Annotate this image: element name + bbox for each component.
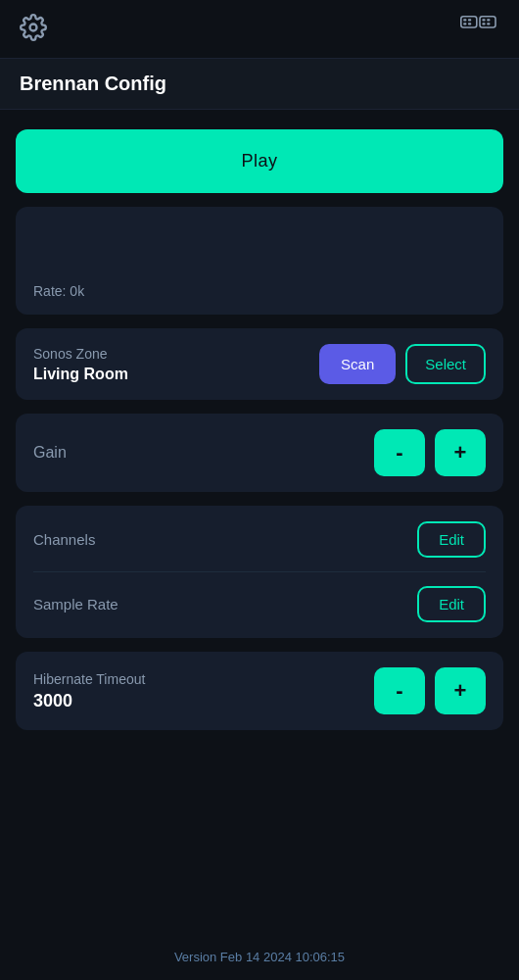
sonos-info: Sonos Zone Living Room [33,346,128,383]
gear-icon[interactable] [20,14,47,45]
title-bar: Brennan Config [0,59,519,110]
gain-buttons: - + [374,429,486,476]
svg-rect-6 [480,16,495,26]
sonos-zone-value: Living Room [33,366,128,383]
rate-card: Rate: 0k [16,207,503,315]
hibernate-buttons: - + [374,667,486,714]
sonos-buttons: Scan Select [319,344,486,384]
hibernate-info: Hibernate Timeout 3000 [33,671,145,711]
svg-rect-1 [461,16,477,26]
hibernate-timeout-card: Hibernate Timeout 3000 - + [16,652,503,730]
sonos-zone-label: Sonos Zone [33,346,128,362]
content-area: Play Rate: 0k Sonos Zone Living Room Sca… [0,110,519,934]
gain-plus-button[interactable]: + [435,429,486,476]
footer: Version Feb 14 2024 10:06:15 [0,934,519,980]
remote-icon[interactable] [460,14,499,45]
sample-rate-edit-button[interactable]: Edit [417,586,486,622]
svg-rect-9 [482,23,485,24]
hibernate-plus-button[interactable]: + [435,667,486,714]
sample-rate-label: Sample Rate [33,596,118,612]
gain-card: Gain - + [16,414,503,492]
svg-rect-7 [482,19,485,21]
channels-label: Channels [33,531,95,548]
svg-rect-4 [463,23,466,24]
rate-label: Rate: 0k [33,283,486,299]
channels-edit-button[interactable]: Edit [417,521,486,558]
play-button[interactable]: Play [16,129,503,193]
hibernate-value: 3000 [33,691,145,711]
channels-sample-card: Channels Edit Sample Rate Edit [16,506,503,638]
svg-rect-3 [468,19,471,21]
gain-label: Gain [33,444,67,462]
gain-minus-button[interactable]: - [374,429,425,476]
channels-row: Channels Edit [33,521,486,558]
hibernate-minus-button[interactable]: - [374,667,425,714]
svg-rect-2 [463,19,466,21]
scan-button[interactable]: Scan [319,344,396,384]
svg-rect-10 [487,23,490,24]
page-title: Brennan Config [20,73,499,95]
svg-rect-5 [468,23,471,24]
svg-point-0 [30,24,37,30]
sonos-zone-card: Sonos Zone Living Room Scan Select [16,328,503,400]
header [0,0,519,59]
divider [33,571,486,572]
sample-rate-row: Sample Rate Edit [33,586,486,622]
hibernate-label: Hibernate Timeout [33,671,145,687]
svg-rect-8 [487,19,490,21]
select-button[interactable]: Select [405,344,486,384]
version-text: Version Feb 14 2024 10:06:15 [174,950,345,964]
